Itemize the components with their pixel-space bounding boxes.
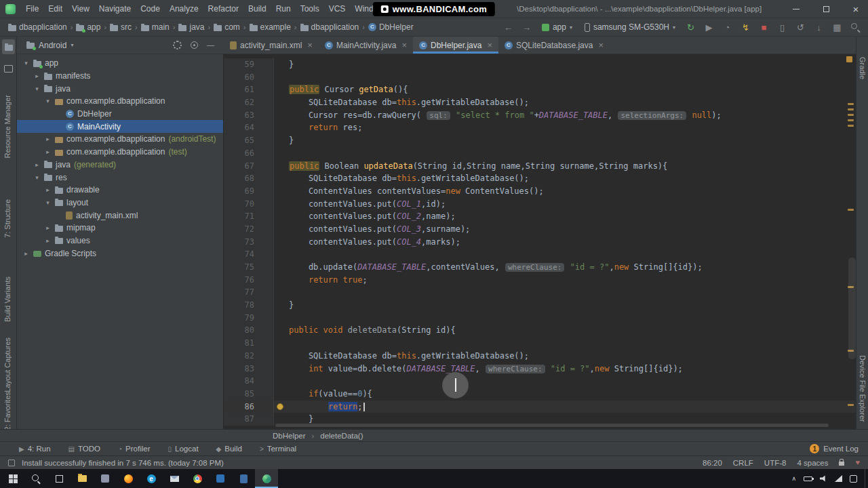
resource-manager-tool-button[interactable] <box>2 61 15 76</box>
event-log-button[interactable]: 1 Event Log <box>810 444 868 453</box>
tree-item-dbhelper[interactable]: CDbHelper <box>17 108 223 121</box>
menu-vcs[interactable]: VCS <box>324 0 351 18</box>
scrollbar-mark[interactable] <box>848 209 854 211</box>
tool-stripe-device-file-explorer[interactable]: Device File Explorer <box>859 355 867 422</box>
chevron-expanded-icon[interactable]: ▾ <box>33 174 41 181</box>
line-number-75[interactable]: 75 <box>224 261 274 274</box>
code-line-79[interactable]: 79 <box>224 312 856 325</box>
breadcrumb-dbhelper[interactable]: DbHelper <box>273 432 306 440</box>
code-line-65[interactable]: 65} <box>224 134 856 147</box>
toolwindow-button-4-run[interactable]: ▶4: Run <box>19 445 51 453</box>
toolwindow-button-logcat[interactable]: ▯Logcat <box>168 445 199 453</box>
code-line-68[interactable]: 68 SQLiteDatabase db=this.getWritableDat… <box>224 172 856 185</box>
line-number-84[interactable]: 84 <box>224 375 274 388</box>
close-button[interactable]: × <box>850 4 861 15</box>
tool-stripe-gradle[interactable]: Gradle <box>859 57 867 79</box>
tool-stripe-build-variants[interactable]: Build Variants <box>3 277 12 322</box>
inspections-indicator[interactable] <box>846 56 852 62</box>
chevron-collapsed-icon[interactable]: ▸ <box>22 250 30 257</box>
tab-sqlitedatabase-java[interactable]: CSQLiteDatabase.java× <box>498 37 610 54</box>
toolwindow-button-todo[interactable]: ▤TODO <box>68 445 100 453</box>
nav-back-icon[interactable]: ← <box>502 22 514 33</box>
scrollbar-mark[interactable] <box>848 119 854 121</box>
chevron-expanded-icon[interactable]: ▾ <box>22 60 30 66</box>
taskbar-browser-edge[interactable]: e <box>140 469 163 488</box>
sdk-manager-icon[interactable]: ↓ <box>813 22 825 33</box>
close-icon[interactable]: × <box>598 40 604 50</box>
close-icon[interactable]: × <box>487 40 492 50</box>
tree-item-mipmap[interactable]: ▸mipmap <box>17 222 223 235</box>
chevron-collapsed-icon[interactable]: ▸ <box>44 148 52 155</box>
indent-setting[interactable]: 4 spaces <box>797 459 828 467</box>
code-line-81[interactable]: 81 <box>224 337 856 350</box>
project-view-selector[interactable]: Android <box>39 41 66 50</box>
taskbar-browser-chrome[interactable] <box>186 469 209 488</box>
tool-stripe-2-favorites[interactable]: 2: Favorites <box>3 392 12 430</box>
menu-tools[interactable]: Tools <box>296 0 324 18</box>
taskbar-calculator[interactable] <box>232 469 255 488</box>
toolwindow-button-profiler[interactable]: ◔Profiler <box>118 445 150 453</box>
code-line-59[interactable]: 59} <box>224 58 856 71</box>
tree-item-activity-main-xml[interactable]: activity_main.xml <box>17 209 223 222</box>
line-number-68[interactable]: 68 <box>224 172 274 185</box>
menu-code[interactable]: Code <box>136 0 165 18</box>
line-number-77[interactable]: 77 <box>224 286 274 299</box>
breadcrumb-src[interactable]: src <box>108 22 133 32</box>
code-line-70[interactable]: 70 contentValues.put(COL_1,id); <box>224 198 856 211</box>
code-line-62[interactable]: 62 SQLiteDatabase db=this.getWritableDat… <box>224 96 856 109</box>
scrollbar-mark[interactable] <box>848 108 854 110</box>
scrollbar-mark[interactable] <box>848 404 854 406</box>
battery-icon[interactable] <box>804 476 812 481</box>
line-number-59[interactable]: 59 <box>224 58 274 71</box>
line-number-74[interactable]: 74 <box>224 248 274 261</box>
taskbar-browser-firefox[interactable] <box>117 469 140 488</box>
line-number-85[interactable]: 85 <box>224 388 274 401</box>
caret-position[interactable]: 86:20 <box>703 459 722 467</box>
breadcrumb-com[interactable]: com <box>212 22 241 32</box>
line-number-70[interactable]: 70 <box>224 198 274 211</box>
breadcrumb-dbhelper[interactable]: CDbHelper <box>367 22 415 32</box>
code-line-63[interactable]: 63 Cursor res=db.rawQuery( sql: "select … <box>224 109 856 122</box>
taskbar-android-studio[interactable] <box>255 469 278 488</box>
code-line-80[interactable]: 80public void deleteData(String id){ <box>224 324 856 337</box>
taskbar-app-blue[interactable] <box>209 469 232 488</box>
taskbar-app-gray[interactable] <box>94 469 117 488</box>
nav-forward-icon[interactable]: → <box>521 22 532 33</box>
code-line-76[interactable]: 76 return true; <box>224 274 856 287</box>
minimize-button[interactable] <box>791 4 802 15</box>
tree-item-java-generated[interactable]: ▸java (generated) <box>17 159 223 171</box>
code-line-83[interactable]: 83 int value=db.delete(DATABASE_TABLE, w… <box>224 363 856 375</box>
stop-app-icon[interactable]: ■ <box>758 22 770 33</box>
toolwindow-button-terminal[interactable]: >Terminal <box>260 445 296 453</box>
chevron-expanded-icon[interactable]: ▾ <box>33 85 41 92</box>
code-line-82[interactable]: 82 SQLiteDatabase db=this.getWritableDat… <box>224 350 856 363</box>
scrollbar-mark[interactable] <box>848 114 854 116</box>
search-everywhere-icon[interactable] <box>850 22 861 33</box>
line-number-79[interactable]: 79 <box>224 312 274 325</box>
code-line-77[interactable]: 77 <box>224 286 856 299</box>
code-editor[interactable]: 59}6061public Cursor getData(){62 SQLite… <box>224 54 856 429</box>
line-number-81[interactable]: 81 <box>224 337 274 350</box>
line-number-60[interactable]: 60 <box>224 71 274 84</box>
profiler-icon[interactable]: ◔ <box>722 22 733 33</box>
close-icon[interactable]: × <box>307 40 313 50</box>
line-number-86[interactable]: 86 <box>224 401 274 413</box>
menu-navigate[interactable]: Navigate <box>94 0 136 18</box>
chevron-collapsed-icon[interactable]: ▸ <box>44 136 52 142</box>
line-number-72[interactable]: 72 <box>224 223 274 236</box>
scrollbar-mark[interactable] <box>848 103 854 105</box>
code-line-85[interactable]: 85 if(value==0){ <box>224 388 856 401</box>
tree-item-java[interactable]: ▾java <box>17 82 223 95</box>
line-number-63[interactable]: 63 <box>224 109 274 122</box>
chevron-collapsed-icon[interactable]: ▸ <box>33 73 41 79</box>
taskbar-mail[interactable] <box>163 469 186 488</box>
layout-inspector-icon[interactable]: ▦ <box>831 22 843 33</box>
hide-panel-icon[interactable]: — <box>207 41 214 49</box>
menu-refactor[interactable]: Refactor <box>203 0 243 18</box>
line-number-87[interactable]: 87 <box>224 413 274 426</box>
show-desktop-button[interactable] <box>865 469 868 488</box>
breadcrumb-deletedata[interactable]: deleteData() <box>320 432 363 440</box>
menu-view[interactable]: View <box>67 0 94 18</box>
taskbar-file-explorer[interactable] <box>71 469 94 488</box>
code-line-61[interactable]: 61public Cursor getData(){ <box>224 83 856 96</box>
